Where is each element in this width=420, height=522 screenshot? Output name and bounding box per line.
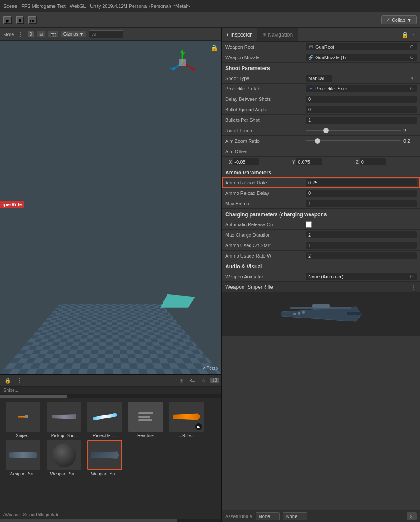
asset-thumb-selected[interactable] — [87, 440, 122, 470]
list-item[interactable]: Pickup_Sni... — [44, 402, 83, 438]
list-item[interactable]: Projectile_... — [85, 402, 124, 438]
prop-row-bullet-spread-angle: Bullet Spread Angle — [222, 104, 420, 115]
weapon-root-field[interactable]: 🎮 GunRoot ⊙ — [306, 43, 417, 50]
weapon-muzzle-field[interactable]: 🔗 GunMuzzle (Tr ⊙ — [306, 54, 417, 61]
automatic-release-checkbox[interactable] — [306, 221, 312, 228]
list-item[interactable]: Snipe... — [3, 402, 43, 438]
more-options-btn[interactable]: ⋮ — [17, 30, 25, 38]
asset-panel-menu-btn[interactable]: ⋮ — [411, 284, 417, 290]
list-item[interactable]: Weapon_Sn... — [3, 440, 43, 476]
svg-point-15 — [298, 312, 300, 315]
menu-btn[interactable]: ⋮ — [15, 377, 24, 385]
weapon-root-select-btn[interactable]: ⊙ — [410, 44, 414, 50]
star-btn[interactable]: ☆ — [200, 377, 208, 385]
svg-point-14 — [293, 313, 296, 315]
inspector-menu-btn[interactable]: ⋮ — [410, 31, 417, 38]
grid-btn[interactable]: ⊞ — [37, 31, 45, 37]
camera-btn[interactable]: 📷 — [48, 31, 58, 37]
asset-grid: Snipe... Pickup_Sni... Projectile_... — [0, 398, 221, 480]
shoot-type-dropdown-wrapper: Manual Automatic Charge — [306, 75, 417, 82]
aim-offset-z-input[interactable] — [360, 158, 386, 165]
aim-offset-y-input[interactable] — [296, 158, 322, 165]
aim-zoom-ratio-slider[interactable] — [306, 140, 401, 141]
weapon-animator-field[interactable]: None (Animator) ⊙ — [306, 273, 417, 280]
scene-search-input[interactable] — [89, 30, 123, 38]
asset-thumb-rifle2[interactable]: ▶ — [169, 402, 204, 432]
asset-bundle-select-2[interactable]: None — [283, 512, 307, 520]
aim-zoom-ratio-label: Aim Zoom Ratio — [225, 138, 306, 144]
asset-label: Pickup_Sni... — [44, 433, 83, 438]
aim-offset-z-group: Z — [356, 158, 417, 165]
inspector-body: Weapon Root 🎮 GunRoot ⊙ Weapon Muzzle 🔗 … — [222, 42, 420, 510]
inspector-bottom-action-btn[interactable]: ⊙ — [407, 512, 417, 520]
right-panel: ℹ Inspector ⊞ Navigation 🔒 ⋮ Weapon Root… — [222, 28, 420, 522]
projectile-prefab-select-btn[interactable]: ⊙ — [410, 86, 414, 91]
asset-label: Weapon_Sn... — [85, 472, 124, 476]
max-charge-duration-input[interactable] — [306, 231, 417, 238]
projectile-prefab-value: Projectile_Snip — [315, 86, 408, 91]
title-bar: Scene - FPS Microgame Test - WebGL - Uni… — [0, 0, 420, 12]
asset-thumb-projectile[interactable] — [87, 402, 122, 432]
recoil-force-slider-row: 2 — [306, 128, 417, 133]
inspector-asset-panel: Weapon_SniperRifle ⋮ — [222, 282, 420, 336]
asset-label: Weapon_Sn... — [3, 472, 43, 476]
collab-checkmark: ✓ — [386, 17, 390, 23]
prop-row-max-ammo: Max Ammo — [222, 198, 420, 209]
play-button[interactable]: ▶ — [3, 16, 12, 24]
projectile-prefab-field[interactable]: 🔹 Projectile_Snip ⊙ — [306, 85, 417, 92]
lock-btn[interactable]: 🔒 — [3, 377, 13, 385]
scene-canvas: y x z iperRifle 🔒 < Persp — [0, 41, 221, 374]
ammo-reload-delay-input[interactable] — [306, 190, 417, 197]
weapon-animator-select-btn[interactable]: ⊙ — [410, 274, 414, 279]
gizmos-btn[interactable]: Gizmos ▼ — [61, 31, 87, 37]
delay-between-shots-input[interactable] — [306, 96, 417, 103]
asset-thumb-snipe[interactable] — [6, 402, 40, 432]
asset-label: Projectile_... — [85, 433, 124, 438]
aim-offset-y-group: Y — [292, 158, 353, 165]
ammo-usage-rate-input[interactable] — [306, 252, 417, 259]
asset-bundle-select-1[interactable]: None — [256, 512, 280, 520]
inspector-header-actions: 🔒 ⋮ — [401, 31, 420, 38]
bullets-per-shot-input[interactable] — [306, 117, 417, 124]
recoil-force-slider[interactable] — [306, 130, 401, 131]
bullet-spread-angle-input[interactable] — [306, 106, 417, 113]
bottom-path: /Weapon_SniperRifle.prefab — [0, 511, 221, 519]
prop-row-weapon-animator: Weapon Animator None (Animator) ⊙ — [222, 271, 420, 282]
ammo-reload-rate-input[interactable] — [306, 179, 417, 186]
ammo-used-on-start-input[interactable] — [306, 242, 417, 249]
list-item[interactable]: Weapon_Sn... — [85, 440, 124, 476]
prop-row-delay-between-shots: Delay Between Shots — [222, 94, 420, 104]
collab-dropdown-icon: ▼ — [407, 17, 412, 23]
select-btn[interactable]: ⊞ — [178, 377, 186, 385]
aim-offset-xyz: X Y Z — [229, 158, 417, 165]
tag-btn[interactable]: 🏷 — [188, 377, 197, 385]
tab-inspector[interactable]: ℹ Inspector — [222, 28, 257, 41]
rifle-preview-svg — [277, 299, 364, 329]
pause-button[interactable]: ⏸ — [16, 16, 24, 24]
asset-thumb-weapon-sn3[interactable] — [6, 440, 40, 470]
asset-label: Snipe... — [3, 433, 43, 438]
asset-thumb-pickup[interactable] — [47, 402, 81, 432]
navigation-tab-label: Navigation — [268, 32, 293, 38]
max-charge-duration-label: Max Charge Duration — [225, 232, 306, 238]
shoot-type-dropdown[interactable]: Manual Automatic Charge — [306, 75, 332, 82]
ammo-reload-delay-label: Ammo Reload Delay — [225, 191, 306, 196]
asset-thumb-readme[interactable] — [128, 402, 163, 432]
inspector-lock-btn[interactable]: 🔒 — [401, 31, 409, 38]
max-ammo-input[interactable] — [306, 200, 417, 207]
recoil-force-label: Recoil Force — [225, 128, 306, 133]
collab-button[interactable]: ✓ Collab ▼ — [381, 15, 417, 24]
list-item[interactable]: ▶ ...Rifle... — [167, 402, 206, 438]
prop-row-ammo-reload-rate: Ammo Reload Rate — [222, 177, 420, 188]
list-item[interactable]: Readme — [126, 402, 165, 438]
projectile-prefab-label: Projectile Prefab — [225, 86, 306, 91]
delay-between-shots-label: Delay Between Shots — [225, 97, 306, 102]
asset-thumb-ball[interactable] — [47, 440, 81, 470]
step-button[interactable]: ⏭ — [28, 16, 37, 24]
aim-offset-x-input[interactable] — [233, 158, 259, 165]
prop-row-weapon-root: Weapon Root 🎮 GunRoot ⊙ — [222, 42, 420, 52]
weapon-muzzle-select-btn[interactable]: ⊙ — [410, 54, 414, 60]
tab-navigation[interactable]: ⊞ Navigation — [257, 28, 298, 41]
teal-shape — [160, 294, 195, 308]
list-item[interactable]: Weapon_Sn... — [44, 440, 83, 476]
